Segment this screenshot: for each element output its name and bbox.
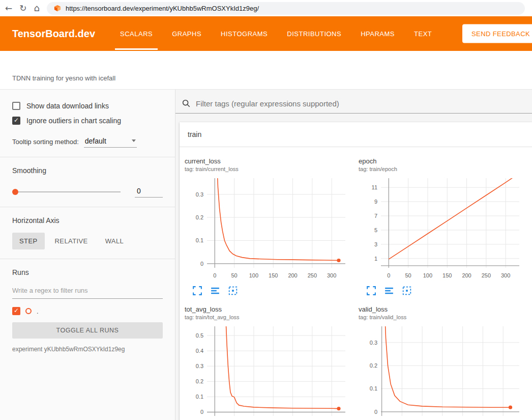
svg-text:0.1: 0.1 xyxy=(196,237,203,243)
chart-card-epoch: epoch tag: train/epoch 05010015020025030… xyxy=(354,151,528,299)
run-row[interactable]: . xyxy=(12,307,163,315)
svg-text:0.3: 0.3 xyxy=(196,191,203,198)
line-chart[interactable]: 0501001502002503001357911 xyxy=(359,174,528,284)
chart-title: epoch xyxy=(359,157,528,165)
svg-text:0.4: 0.4 xyxy=(196,348,203,354)
svg-text:0.2: 0.2 xyxy=(196,214,203,220)
expand-chart-icon[interactable] xyxy=(193,286,202,295)
line-chart[interactable]: 5010015020025030000.10.20.3 xyxy=(359,322,528,420)
tab-graphs[interactable]: GRAPHS xyxy=(162,16,211,51)
chart-card-valid-loss: valid_loss tag: train/valid_loss 5010015… xyxy=(354,299,528,420)
svg-text:300: 300 xyxy=(501,272,510,278)
tab-distributions[interactable]: DISTRIBUTIONS xyxy=(277,16,351,51)
home-icon[interactable] xyxy=(34,4,40,13)
fit-domain-icon[interactable] xyxy=(402,286,411,295)
app-logo: TensorBoard.dev xyxy=(12,28,95,40)
svg-text:5: 5 xyxy=(374,227,377,233)
svg-text:300: 300 xyxy=(327,272,336,278)
chart-title: tot_avg_loss xyxy=(185,305,354,313)
train-card: train current_loss tag: train/current_lo… xyxy=(180,122,532,420)
svg-text:9: 9 xyxy=(374,199,377,205)
svg-text:250: 250 xyxy=(482,272,491,278)
tab-text[interactable]: TEXT xyxy=(404,16,441,51)
svg-text:0.2: 0.2 xyxy=(370,362,377,369)
svg-text:3: 3 xyxy=(374,241,377,247)
show-download-links-label: Show data download links xyxy=(26,102,109,110)
app-header: TensorBoard.dev SCALARS GRAPHS HISTOGRAM… xyxy=(0,16,532,51)
line-chart[interactable]: 05010015020025030000.10.20.3 xyxy=(185,174,354,284)
show-download-links-checkbox[interactable] xyxy=(12,102,20,110)
browser-toolbar: https://tensorboard.dev/experiment/yKUbh… xyxy=(0,0,532,16)
nav-tabs: SCALARS GRAPHS HISTOGRAMS DISTRIBUTIONS … xyxy=(110,16,441,51)
send-feedback-button[interactable]: SEND FEEDBACK xyxy=(462,24,532,43)
search-icon xyxy=(182,99,191,108)
svg-text:0.5: 0.5 xyxy=(196,332,203,339)
svg-text:0.1: 0.1 xyxy=(196,394,203,400)
svg-text:0.1: 0.1 xyxy=(370,385,377,391)
chart-card-current-loss: current_loss tag: train/current_loss 050… xyxy=(181,151,354,299)
fit-domain-icon[interactable] xyxy=(228,286,238,295)
tensorboard-favicon xyxy=(54,5,61,12)
chart-tag: tag: train/tot_avg_loss xyxy=(185,314,354,320)
horizontal-axis-label: Horizontal Axis xyxy=(12,216,163,225)
chart-tag: tag: train/valid_loss xyxy=(359,314,528,320)
divider xyxy=(0,157,175,157)
chart-tag: tag: train/current_loss xyxy=(185,166,354,172)
toggle-all-runs-button[interactable]: TOGGLE ALL RUNS xyxy=(12,322,163,339)
ignore-outliers-label: Ignore outliers in chart scaling xyxy=(26,117,121,125)
divider xyxy=(0,207,175,207)
svg-text:0: 0 xyxy=(200,409,203,415)
svg-text:200: 200 xyxy=(288,272,297,278)
expand-chart-icon[interactable] xyxy=(367,286,376,295)
svg-text:7: 7 xyxy=(374,213,377,219)
run-checkbox[interactable] xyxy=(12,307,20,315)
tag-filter-bar xyxy=(175,90,532,114)
svg-text:50: 50 xyxy=(405,272,411,278)
smoothing-slider-thumb[interactable] xyxy=(12,189,18,195)
axis-step-button[interactable]: STEP xyxy=(12,233,45,249)
svg-text:0: 0 xyxy=(200,261,203,267)
reload-icon[interactable] xyxy=(19,4,26,13)
svg-text:0.3: 0.3 xyxy=(196,363,203,369)
back-icon[interactable] xyxy=(5,4,12,13)
tab-hparams[interactable]: HPARAMS xyxy=(351,16,404,51)
svg-text:250: 250 xyxy=(308,272,317,278)
toggle-y-axis-icon[interactable] xyxy=(385,286,394,295)
axis-relative-button[interactable]: RELATIVE xyxy=(48,233,95,249)
run-name: . xyxy=(37,307,39,315)
svg-text:0: 0 xyxy=(213,272,216,278)
axis-wall-button[interactable]: WALL xyxy=(98,233,131,249)
ignore-outliers-row[interactable]: Ignore outliers in chart scaling xyxy=(12,117,163,125)
show-download-links-row[interactable]: Show data download links xyxy=(12,102,163,110)
runs-filter-input[interactable] xyxy=(12,284,163,299)
svg-text:0: 0 xyxy=(374,409,377,415)
address-bar[interactable]: https://tensorboard.dev/experiment/yKUbh… xyxy=(47,2,525,15)
svg-text:100: 100 xyxy=(249,272,258,278)
smoothing-slider[interactable] xyxy=(12,191,121,192)
svg-text:100: 100 xyxy=(423,272,432,278)
svg-text:0: 0 xyxy=(387,272,390,278)
runs-label: Runs xyxy=(12,268,163,276)
tooltip-sorting-label: Tooltip sorting method: xyxy=(12,138,79,148)
url-text: https://tensorboard.dev/experiment/yKUbh… xyxy=(66,5,259,12)
group-header-train[interactable]: train xyxy=(180,122,532,147)
svg-text:1: 1 xyxy=(374,256,377,262)
line-chart[interactable]: 05010015020025030000.10.20.30.40.5 xyxy=(185,322,354,420)
smoothing-value-input[interactable] xyxy=(135,186,163,198)
chart-title: current_loss xyxy=(185,157,354,165)
tag-filter-input[interactable] xyxy=(196,99,530,108)
tooltip-sorting-dropdown[interactable]: default xyxy=(84,136,137,148)
chart-title: valid_loss xyxy=(359,305,528,313)
svg-text:50: 50 xyxy=(231,272,238,278)
chart-card-tot-avg-loss: tot_avg_loss tag: train/tot_avg_loss 050… xyxy=(181,299,354,420)
svg-text:200: 200 xyxy=(462,272,471,278)
tab-histograms[interactable]: HISTOGRAMS xyxy=(211,16,277,51)
svg-text:150: 150 xyxy=(442,272,452,278)
toggle-y-axis-icon[interactable] xyxy=(211,286,220,295)
divider xyxy=(0,259,175,259)
main-panel: train current_loss tag: train/current_lo… xyxy=(175,90,532,420)
ignore-outliers-checkbox[interactable] xyxy=(12,117,20,125)
svg-text:11: 11 xyxy=(372,184,377,190)
tab-scalars[interactable]: SCALARS xyxy=(110,16,162,51)
chart-tag: tag: train/epoch xyxy=(359,166,528,172)
